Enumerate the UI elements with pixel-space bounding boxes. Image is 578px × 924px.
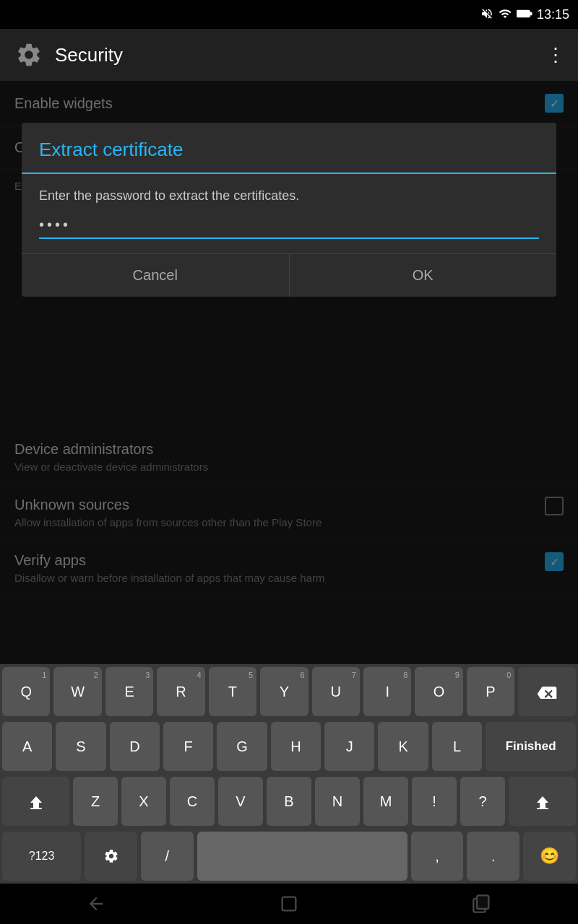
key-g[interactable]: G bbox=[217, 722, 267, 771]
page-title: Security bbox=[55, 44, 546, 66]
dialog-buttons: Cancel OK bbox=[22, 253, 556, 297]
status-time: 13:15 bbox=[537, 7, 569, 22]
signal-muted-icon bbox=[480, 7, 493, 22]
key-r[interactable]: 4R bbox=[157, 667, 204, 716]
keyboard-row-2: A S D F G H J K L Finished bbox=[0, 719, 578, 774]
shift-right-key[interactable] bbox=[509, 777, 576, 826]
key-c[interactable]: C bbox=[170, 777, 215, 826]
password-input[interactable]: •••• bbox=[39, 214, 539, 239]
settings-key[interactable] bbox=[85, 832, 137, 881]
svg-rect-0 bbox=[517, 10, 530, 17]
dialog-title: Extract certificate bbox=[22, 123, 556, 174]
key-s[interactable]: S bbox=[56, 722, 105, 771]
key-q[interactable]: 1Q bbox=[2, 667, 50, 716]
keyboard: 1Q 2W 3E 4R 5T 6Y 7U 8I 9O 0P A S D F G … bbox=[0, 664, 578, 884]
key-b[interactable]: B bbox=[267, 777, 311, 826]
key-h[interactable]: H bbox=[271, 722, 321, 771]
slash-key[interactable]: / bbox=[141, 832, 194, 881]
status-icons: 13:15 bbox=[480, 7, 569, 22]
key-f[interactable]: F bbox=[163, 722, 213, 771]
key-i[interactable]: 8I bbox=[363, 667, 411, 716]
key-w[interactable]: 2W bbox=[53, 667, 101, 716]
keyboard-row-4: ?123 / , . 😊 bbox=[0, 829, 578, 884]
svg-rect-1 bbox=[530, 12, 532, 15]
key-o[interactable]: 9O bbox=[415, 667, 462, 716]
key-v[interactable]: V bbox=[218, 777, 263, 826]
status-bar: 13:15 bbox=[0, 0, 578, 29]
key-t[interactable]: 5T bbox=[209, 667, 256, 716]
wifi-icon bbox=[498, 7, 512, 22]
key-d[interactable]: D bbox=[110, 722, 160, 771]
key-exclaim[interactable]: ! bbox=[412, 777, 457, 826]
key-m[interactable]: M bbox=[363, 777, 408, 826]
space-key[interactable] bbox=[197, 832, 407, 881]
keyboard-row-3: Z X C V B N M ! ? bbox=[0, 774, 578, 829]
key-z[interactable]: Z bbox=[73, 777, 118, 826]
more-options-button[interactable]: ⋮ bbox=[546, 44, 566, 66]
shift-key[interactable] bbox=[2, 777, 69, 826]
key-x[interactable]: X bbox=[121, 777, 166, 826]
svg-rect-3 bbox=[537, 808, 548, 809]
key-question[interactable]: ? bbox=[460, 777, 505, 826]
extract-certificate-dialog: Extract certificate Enter the password t… bbox=[22, 123, 556, 297]
key-j[interactable]: J bbox=[324, 722, 374, 771]
key-k[interactable]: K bbox=[378, 722, 428, 771]
key-y[interactable]: 6Y bbox=[260, 667, 308, 716]
svg-rect-2 bbox=[30, 808, 42, 809]
comma-key[interactable]: , bbox=[411, 832, 464, 881]
sym-key[interactable]: ?123 bbox=[2, 832, 81, 881]
key-l[interactable]: L bbox=[432, 722, 482, 771]
keyboard-row-1: 1Q 2W 3E 4R 5T 6Y 7U 8I 9O 0P bbox=[0, 664, 578, 719]
period-key[interactable]: . bbox=[467, 832, 519, 881]
dialog-instruction: Enter the password to extract the certif… bbox=[39, 188, 539, 204]
app-bar: Security ⋮ bbox=[0, 29, 578, 81]
battery-icon bbox=[517, 9, 532, 21]
key-p[interactable]: 0P bbox=[467, 667, 514, 716]
finished-key[interactable]: Finished bbox=[486, 722, 576, 771]
emoji-key[interactable]: 😊 bbox=[523, 832, 576, 881]
backspace-key[interactable] bbox=[518, 667, 576, 716]
settings-gear-icon bbox=[12, 38, 46, 72]
cancel-button[interactable]: Cancel bbox=[22, 254, 289, 297]
key-a[interactable]: A bbox=[2, 722, 52, 771]
key-u[interactable]: 7U bbox=[312, 667, 360, 716]
ok-button[interactable]: OK bbox=[289, 254, 557, 297]
key-e[interactable]: 3E bbox=[105, 667, 153, 716]
dialog-body: Enter the password to extract the certif… bbox=[22, 174, 556, 246]
key-n[interactable]: N bbox=[315, 777, 360, 826]
